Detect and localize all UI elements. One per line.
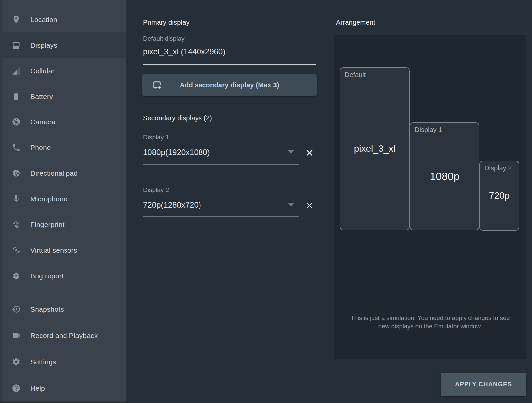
dpad-icon [12,169,21,178]
display-resolution-select[interactable]: 720p(1280x720) [143,200,201,210]
sidebar: LocationDisplaysCellularBatteryCameraPho… [0,0,126,403]
sidebar-footer-group: SnapshotsRecord and PlaybackSettingsHelp [0,296,126,401]
sidebar-item-battery[interactable]: Battery [0,84,126,109]
arrangement-heading: Arrangement [336,19,375,26]
settings-icon [12,357,21,366]
primary-display-heading: Primary display [143,19,190,26]
displays-icon [12,41,21,50]
sidebar-item-snapshots[interactable]: Snapshots [0,296,126,322]
sidebar-divider [0,295,126,295]
sidebar-item-label: Displays [30,41,57,49]
remove-display-button[interactable] [304,200,315,211]
default-display-underline [143,64,316,65]
sidebar-item-label: Microphone [30,195,67,203]
sidebar-item-help[interactable]: Help [0,375,126,401]
sidebar-item-directional-pad[interactable]: Directional pad [0,160,126,186]
sidebar-item-label: Snapshots [30,305,64,313]
sidebar-item-label: Camera [30,118,56,126]
virtual-sensors-icon [12,246,21,255]
add-display-icon [152,80,162,90]
sidebar-item-label: Bug report [30,272,64,280]
arrangement-box-display-2[interactable]: Display 2720p [479,161,519,231]
sidebar-item-label: Cellular [30,67,55,75]
display-resolution-select[interactable]: 1080p(1920x1080) [143,148,210,157]
snapshots-icon [12,305,21,314]
dropdown-caret-icon[interactable] [288,203,294,207]
extended-controls-window: LocationDisplaysCellularBatteryCameraPho… [0,0,532,403]
arrangement-box-default[interactable]: Defaultpixel_3_xl [340,67,410,230]
display-label: Display 1 [143,134,169,141]
sidebar-item-displays[interactable]: Displays [0,32,126,58]
battery-icon [12,92,21,101]
arrangement-box-label: Display 1 [415,126,442,134]
sidebar-item-cellular[interactable]: Cellular [0,58,126,84]
fingerprint-icon [12,220,21,229]
display-select-underline [143,164,299,165]
microphone-icon [12,194,21,203]
bug-report-icon [12,271,21,280]
sidebar-item-label: Virtual sensors [30,246,77,254]
add-secondary-display-button[interactable]: Add secondary display (Max 3) [142,74,317,96]
arrangement-box-label: Default [345,71,366,79]
display-select-underline [143,216,299,217]
close-icon [305,201,314,210]
arrangement-box-label: Display 2 [484,164,512,172]
dropdown-caret-icon[interactable] [288,150,294,154]
sidebar-item-label: Record and Playback [30,332,98,340]
sidebar-item-fingerprint[interactable]: Fingerprint [0,212,126,237]
sidebar-item-label: Battery [30,93,53,101]
sidebar-item-microphone[interactable]: Microphone [0,186,126,212]
record-playback-icon [12,331,21,340]
location-icon [12,15,21,24]
sidebar-item-label: Fingerprint [30,221,65,229]
sidebar-item-label: Help [30,384,45,392]
sidebar-main-group: LocationDisplaysCellularBatteryCameraPho… [0,7,126,289]
arrangement-box-resolution: 720p [489,190,510,201]
sidebar-item-phone[interactable]: Phone [0,135,126,160]
cellular-icon [12,66,21,75]
apply-changes-button[interactable]: APPLY CHANGES [441,373,526,396]
sidebar-item-record-and-playback[interactable]: Record and Playback [0,322,126,349]
sidebar-item-camera[interactable]: Camera [0,109,126,135]
secondary-displays-heading: Secondary displays (2) [143,114,212,122]
sidebar-item-bug-report[interactable]: Bug report [0,263,126,289]
arrangement-box-resolution: pixel_3_xl [354,143,396,154]
phone-icon [12,143,21,152]
arrangement-box-display-1[interactable]: Display 11080p [410,122,479,230]
default-display-value: pixel_3_xl (1440x2960) [143,47,225,56]
arrangement-panel: Defaultpixel_3_xlDisplay 11080pDisplay 2… [334,35,526,359]
default-display-label: Default display [143,35,185,42]
sidebar-item-label: Location [30,16,57,24]
sidebar-item-label: Phone [30,144,51,152]
arrangement-box-resolution: 1080p [430,170,460,183]
camera-icon [12,117,21,126]
add-secondary-display-label: Add secondary display (Max 3) [180,81,279,89]
sidebar-item-virtual-sensors[interactable]: Virtual sensors [0,237,126,263]
remove-display-button[interactable] [304,147,315,158]
display-label: Display 2 [143,186,169,194]
sidebar-item-label: Directional pad [30,169,78,177]
help-icon [12,384,21,393]
sidebar-item-settings[interactable]: Settings [0,349,126,375]
simulation-note: This is just a simulation. You need to a… [347,314,513,330]
close-icon [305,149,314,157]
sidebar-item-label: Settings [30,358,56,366]
sidebar-item-location[interactable]: Location [0,7,126,32]
